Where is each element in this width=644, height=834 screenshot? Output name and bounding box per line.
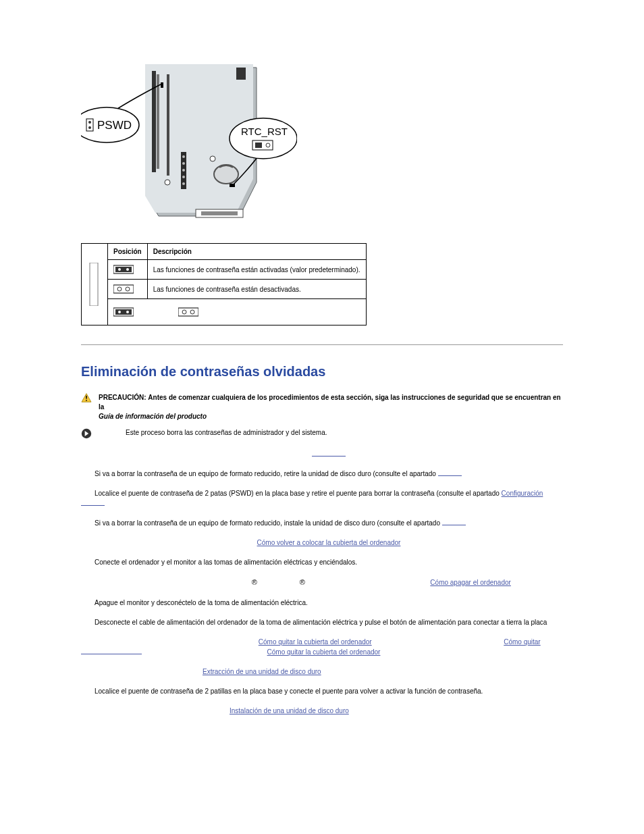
jumper-table-first-row: Posición Descripción — [82, 244, 367, 260]
separator — [81, 344, 563, 345]
jumper-icon-open — [113, 284, 134, 294]
jumper-icon-closed — [113, 264, 134, 275]
svg-point-22 — [88, 121, 91, 124]
motherboard-diagram: PSWD RTC_RST — [81, 47, 563, 223]
svg-rect-26 — [255, 142, 262, 148]
legend-closed-icon — [113, 307, 134, 317]
svg-point-34 — [117, 287, 122, 291]
row2-desc: Las funciones de contraseña están desact… — [147, 280, 366, 299]
svg-point-10 — [182, 162, 185, 165]
svg-rect-45 — [86, 400, 87, 401]
svg-point-12 — [182, 176, 185, 178]
step3-blank-link[interactable] — [81, 498, 105, 506]
step7-link[interactable]: Cómo apagar el ordenador — [430, 579, 511, 586]
step8: Apague el monitor y desconéctelo de la t… — [81, 598, 563, 608]
svg-point-41 — [182, 310, 186, 314]
svg-point-23 — [88, 126, 91, 129]
step13: Instalación de una unidad de disco duro — [81, 706, 563, 716]
table-row: Las funciones de contraseña están activa… — [82, 260, 367, 280]
step5-link[interactable]: Cómo volver a colocar la cubierta del or… — [257, 539, 401, 546]
diagram-svg: PSWD RTC_RST — [81, 47, 297, 223]
col-descripcion: Descripción — [147, 244, 366, 260]
step7: ® ® Cómo apagar el ordenador — [81, 577, 563, 588]
step10-blank-link[interactable] — [81, 647, 142, 654]
jumper-table: Posición Descripción Las funciones de co… — [81, 243, 367, 325]
step2: Si va a borrar la contraseña de un equip… — [81, 469, 563, 479]
step10-link1[interactable]: Cómo quitar la cubierta del ordenador — [259, 638, 372, 646]
notice-icon — [81, 428, 92, 439]
notice-row: Este proceso borra las contraseñas de ad… — [81, 428, 563, 439]
diagram-rtcrst-label: RTC_RST — [241, 126, 288, 137]
step9: Desconecte el cable de alimentación del … — [81, 617, 563, 627]
svg-point-42 — [190, 310, 194, 314]
steps-list: Si va a borrar la contraseña de un equip… — [81, 449, 563, 716]
step3: Localice el puente de contraseña de 2 pa… — [81, 488, 563, 509]
svg-point-31 — [118, 268, 121, 271]
step3-text: Localice el puente de contraseña de 2 pa… — [95, 490, 500, 497]
step11: Extracción de una unidad de disco duro — [81, 667, 563, 677]
svg-rect-30 — [115, 267, 132, 272]
step1-blank-link[interactable] — [312, 449, 346, 457]
col-posicion: Posición — [108, 244, 148, 260]
svg-rect-7 — [161, 82, 163, 88]
svg-rect-6 — [236, 68, 246, 80]
caution-guide: Guía de información del producto — [99, 413, 207, 420]
svg-point-13 — [182, 182, 185, 185]
svg-point-9 — [182, 155, 185, 158]
step4-blank-link[interactable] — [442, 518, 466, 525]
svg-point-27 — [266, 143, 270, 147]
row1-desc: Las funciones de contraseña están activa… — [147, 260, 366, 280]
svg-point-35 — [126, 287, 130, 291]
step10-link3[interactable]: Cómo quitar la cubierta del ordenador — [267, 648, 381, 656]
registered-symbol: ® — [252, 578, 257, 586]
legend-open-icon — [178, 307, 198, 317]
svg-rect-44 — [86, 396, 87, 399]
step11-link[interactable]: Extracción de una unidad de disco duro — [203, 668, 321, 675]
step4-text: Si va a borrar la contraseña de un equip… — [95, 519, 440, 527]
registered-symbol: ® — [300, 578, 305, 586]
step13-link[interactable]: Instalación de una unidad de disco duro — [230, 707, 349, 714]
section-title: Eliminación de contraseñas olvidadas — [81, 364, 563, 380]
svg-point-24 — [230, 118, 297, 159]
step5: Cómo volver a colocar la cubierta del or… — [81, 538, 563, 548]
svg-rect-37 — [115, 309, 132, 315]
step10-link2[interactable]: Cómo quitar — [504, 638, 540, 646]
caution-label: PRECAUCIÓN: — [99, 394, 146, 401]
caution-text: Antes de comenzar cualquiera de los proc… — [99, 394, 561, 411]
jumper-icon-vertical — [87, 263, 101, 306]
svg-point-15 — [210, 156, 215, 161]
svg-point-38 — [118, 311, 121, 313]
warning-icon — [81, 393, 92, 402]
svg-point-16 — [214, 165, 238, 184]
svg-point-32 — [126, 268, 129, 271]
svg-rect-3 — [152, 71, 156, 172]
table-row: Las funciones de contraseña están desact… — [82, 280, 367, 299]
step4: Si va a borrar la contraseña de un equip… — [81, 518, 563, 528]
table-legend-row — [82, 299, 367, 325]
svg-rect-33 — [113, 285, 134, 293]
svg-rect-4 — [157, 74, 159, 169]
svg-point-39 — [126, 311, 129, 313]
svg-point-11 — [182, 169, 185, 172]
step3-link[interactable]: Configuración — [502, 490, 543, 497]
step12: Localice el puente de contraseña de 2 pa… — [81, 686, 563, 696]
step6: Conecte el ordenador y el monitor a las … — [81, 557, 563, 567]
step10: Cómo quitar la cubierta del ordenador Có… — [81, 637, 563, 657]
svg-rect-40 — [178, 308, 198, 316]
svg-rect-21 — [86, 119, 93, 131]
step2-blank-link[interactable] — [438, 469, 462, 476]
diagram-pswd-label: PSWD — [97, 119, 132, 132]
notice-text: Este proceso borra las contraseñas de ad… — [126, 429, 327, 436]
svg-point-14 — [165, 180, 170, 185]
caution-row: PRECAUCIÓN: Antes de comenzar cualquiera… — [81, 393, 563, 421]
svg-rect-19 — [201, 211, 238, 215]
step2-text: Si va a borrar la contraseña de un equip… — [95, 470, 436, 477]
svg-rect-28 — [90, 263, 98, 306]
svg-rect-5 — [167, 74, 169, 176]
